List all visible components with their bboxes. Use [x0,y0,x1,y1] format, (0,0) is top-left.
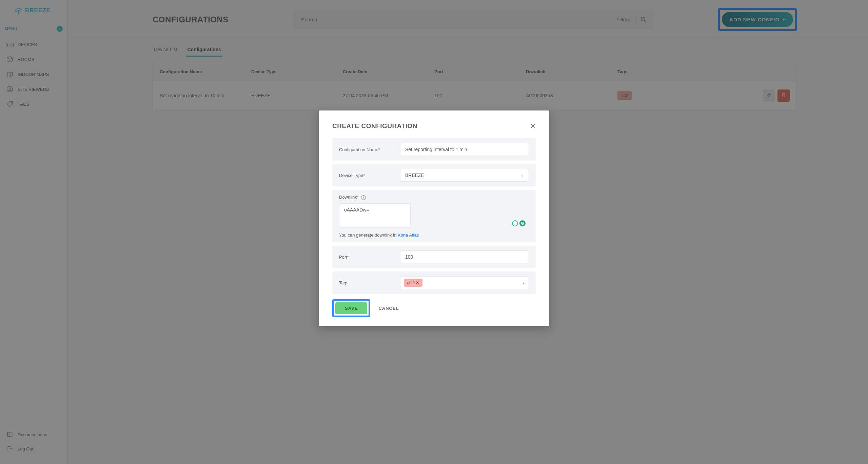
device-type-value: BREEZE [405,173,424,178]
tags-select[interactable]: co2 ✕ ⌄ [400,276,529,289]
chevron-down-icon: ⌄ [520,173,524,178]
grammar-arrow-icon[interactable]: ↓ [512,220,518,226]
grammarly-icon[interactable]: G [519,220,526,226]
selected-tag-label: co2 [407,280,414,285]
device-type-label: Device Type* [339,173,393,178]
port-input[interactable] [400,250,529,263]
downlink-label: Downlink* i [339,195,529,200]
grammar-badges: ↓ G [512,220,526,226]
info-icon[interactable]: i [361,195,366,200]
device-type-select[interactable]: BREEZE ⌄ [400,169,529,182]
remove-tag-button[interactable]: ✕ [416,280,419,285]
close-icon: ✕ [530,122,536,130]
downlink-hint: You can generate downlink in Kona Atlas [339,233,529,238]
hint-prefix: You can generate downlink in [339,233,398,238]
downlink-label-text: Downlink* [339,195,359,200]
create-configuration-modal: CREATE CONFIGURATION ✕ Configuration Nam… [319,110,549,326]
tags-label: Tags [339,280,393,285]
close-modal-button[interactable]: ✕ [530,122,536,130]
save-button[interactable]: SAVE [335,302,367,314]
modal-actions: SAVE CANCEL [332,299,536,317]
config-name-label: Configuration Name* [339,147,393,152]
field-device-type: Device Type* BREEZE ⌄ [332,164,536,186]
chevron-down-icon: ⌄ [522,280,525,285]
field-configuration-name: Configuration Name* [332,138,536,161]
field-port: Port* [332,246,536,268]
downlink-input[interactable] [339,203,411,228]
port-label: Port* [339,255,393,260]
kona-atlas-link[interactable]: Kona Atlas [398,233,419,238]
config-name-input[interactable] [400,143,529,156]
cancel-button[interactable]: CANCEL [378,306,399,311]
save-highlight: SAVE [332,299,370,317]
modal-title: CREATE CONFIGURATION [332,122,417,130]
modal-header: CREATE CONFIGURATION ✕ [332,122,536,130]
field-downlink: Downlink* i ↓ G You can generate downlin… [332,190,536,242]
field-tags: Tags co2 ✕ ⌄ [332,271,536,294]
selected-tag: co2 ✕ [404,279,422,287]
